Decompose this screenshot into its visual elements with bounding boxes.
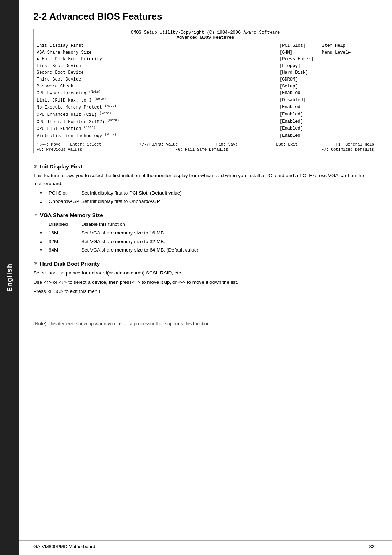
bios-row: CPU Hyper-Threading (Note)[Enabled] — [37, 90, 316, 97]
bios-row-label: ▶ Hard Disk Boot Priority — [37, 56, 279, 63]
bios-row: Init Display First[PCI Slot] — [37, 42, 316, 49]
init-display-intro: This feature allows you to select the fi… — [33, 172, 377, 187]
bios-row-label: No-Execute Memory Protect (Note) — [37, 104, 279, 111]
main-content: 2-2 Advanced BIOS Features CMOS Setup Ut… — [19, 0, 392, 337]
sections-container: ☞ Init Display First This feature allows… — [33, 163, 377, 295]
bios-row-value: [Press Enter] — [279, 56, 316, 63]
bios-row-value: [Enabled] — [279, 118, 316, 126]
bullet-desc-16m: Set VGA share memory size to 16 MB. — [81, 229, 377, 237]
section-heading-init-display-first: Init Display First — [40, 163, 82, 170]
bios-footer-prev: F5: Previous Values — [37, 147, 82, 152]
bullet-arrow-icon-5: » — [40, 238, 46, 246]
bios-footer-row2: F5: Previous Values F6: Fail-Safe Defaul… — [37, 147, 374, 152]
bullet-desc-64m: Set VGA share memory size to 64 MB. (Def… — [81, 246, 377, 254]
bios-row-label: Second Boot Device — [37, 69, 279, 76]
bullet-onboard-agp: » Onboard/AGP Set Init display first to … — [40, 197, 377, 205]
bios-row-label: Password Check — [37, 83, 279, 90]
sidebar-label: English — [6, 263, 13, 292]
bios-row-value: [Floppy] — [279, 63, 316, 70]
hard-disk-intro3: Press <ESC> to exit this menu. — [33, 287, 377, 295]
bullet-64m: » 64M Set VGA share memory size to 64 MB… — [40, 246, 377, 254]
bios-footer-esc: ESC: Exit — [276, 142, 298, 147]
bios-row-label: Third Boot Device — [37, 76, 279, 83]
bios-row: ▶ Hard Disk Boot Priority[Press Enter] — [37, 56, 316, 63]
bullet-arrow-icon-3: » — [40, 221, 46, 228]
bios-row-value: [Enabled] — [279, 104, 316, 111]
bullet-term-16m: 16M — [49, 229, 81, 237]
bullet-desc-32m: Set VGA share memory size to 32 MB. — [81, 238, 377, 246]
bullet-arrow-icon-4: » — [40, 229, 46, 237]
bios-body: Init Display First[PCI Slot]VGA Share Me… — [34, 41, 377, 141]
bios-footer-save: F10: Save — [216, 142, 238, 147]
hard-disk-intro2: Use <↑> or <↓> to select a device, then … — [33, 278, 377, 286]
page-title: 2-2 Advanced BIOS Features — [33, 11, 377, 22]
bios-footer-failsafe: F6: Fail-Safe Defaults — [175, 147, 228, 152]
bios-item-help-title: Item Help — [322, 42, 374, 49]
bios-row: No-Execute Memory Protect (Note)[Enabled… — [37, 104, 316, 111]
bios-row-label: CPU Enhanced Halt (C1E) (Note) — [37, 111, 279, 118]
bullet-16m: » 16M Set VGA share memory size to 16 MB… — [40, 229, 377, 237]
section-hard-disk-boot-priority: ☞ Hard Disk Boot Priority — [33, 261, 377, 267]
bios-row: Password Check[Setup] — [37, 83, 316, 90]
bios-right-panel: Item Help Menu Level► — [319, 41, 377, 141]
bios-row-label: CPU Thermal Monitor 2(TM2) (Note) — [37, 118, 279, 126]
bullet-term-64m: 64M — [49, 246, 81, 254]
bios-row: CPU Thermal Monitor 2(TM2) (Note)[Enable… — [37, 118, 316, 126]
section-arrow-icon-2: ☞ — [33, 212, 38, 218]
bios-item-help-text: Menu Level► — [322, 49, 374, 56]
bullet-term-onboard-agp: Onboard/AGP — [49, 197, 81, 205]
section-init-display-first: ☞ Init Display First — [33, 163, 377, 170]
bullet-arrow-icon: » — [40, 189, 46, 197]
bullet-desc-disabled: Disable this function. — [81, 220, 377, 228]
bios-row-value: [Enabled] — [279, 132, 316, 140]
bios-footer-value: +/-/PU/PD: Value — [140, 142, 178, 147]
bios-row-label: VGA Share Memory Size — [37, 49, 279, 56]
bullet-term-32m: 32M — [49, 238, 81, 246]
bullet-desc-onboard-agp: Set Init display first to Onboard/AGP. — [81, 197, 377, 205]
bios-footer-optimized: F7: Optimized Defaults — [322, 147, 374, 152]
bios-row-label: First Boot Device — [37, 63, 279, 70]
bios-row: Virtualization Technology (Note)[Enabled… — [37, 132, 316, 140]
section-heading-vga: VGA Share Memory Size — [40, 212, 103, 218]
bios-row-label: CPU Hyper-Threading (Note) — [37, 90, 279, 97]
footer-note: (Note) This item will show up when you i… — [33, 317, 377, 326]
bullet-32m: » 32M Set VGA share memory size to 32 MB… — [40, 238, 377, 246]
page-footer: GA-VM800PMC Motherboard - 32 - — [19, 540, 392, 549]
bullet-arrow-icon-6: » — [40, 246, 46, 254]
bios-row-value: [Setup] — [279, 83, 316, 90]
bios-row-value: [64M] — [279, 49, 316, 56]
hard-disk-intro1: Select boot sequence for onboard(or add-… — [33, 269, 377, 277]
bios-row: Third Boot Device[CDROM] — [37, 76, 316, 83]
bios-row-value: [PCI Slot] — [279, 42, 316, 49]
bios-left-panel: Init Display First[PCI Slot]VGA Share Me… — [34, 41, 319, 141]
bullet-disabled: » Disabled Disable this function. — [40, 220, 377, 228]
bullet-desc-pci-slot: Set Init display first to PCI Slot. (Def… — [81, 189, 377, 197]
bullet-pci-slot: » PCI Slot Set Init display first to PCI… — [40, 189, 377, 197]
bios-row: VGA Share Memory Size[64M] — [37, 49, 316, 56]
section-heading-hard-disk: Hard Disk Boot Priority — [40, 261, 100, 267]
bios-screenshot: CMOS Setup Utility-Copyright (C) 1984-20… — [33, 29, 377, 153]
bios-footer: ↑↓→←: Move Enter: Select +/-/PU/PD: Valu… — [34, 141, 377, 153]
bios-footer-move: ↑↓→←: Move Enter: Select — [37, 142, 101, 147]
bullet-term-pci-slot: PCI Slot — [49, 189, 81, 197]
bios-row-label: Limit CPUID Max. to 3 (Note) — [37, 97, 279, 104]
bios-header-line2: Advanced BIOS Features — [34, 35, 377, 40]
bios-row: First Boot Device[Floppy] — [37, 63, 316, 70]
bios-row-value: [Enabled] — [279, 111, 316, 118]
bios-row: Limit CPUID Max. to 3 (Note)[Disabled] — [37, 97, 316, 104]
bios-row-value: [Hard Disk] — [279, 69, 316, 76]
bios-row-value: [CDROM] — [279, 76, 316, 83]
bios-row-value: [Disabled] — [279, 97, 316, 104]
bios-row-label: Init Display First — [37, 42, 279, 49]
footer-left: GA-VM800PMC Motherboard — [33, 544, 95, 549]
bios-row: CPU EIST Function (Note)[Enabled] — [37, 125, 316, 132]
bios-footer-help: F1: General Help — [336, 142, 374, 147]
section-arrow-icon: ☞ — [33, 164, 38, 169]
bios-row-value: [Enabled] — [279, 125, 316, 132]
bios-footer-row1: ↑↓→←: Move Enter: Select +/-/PU/PD: Valu… — [37, 142, 374, 147]
bios-row: Second Boot Device[Hard Disk] — [37, 69, 316, 76]
sidebar: English — [0, 0, 19, 555]
bios-header-line1: CMOS Setup Utility-Copyright (C) 1984-20… — [34, 30, 377, 35]
bios-row-label: Virtualization Technology (Note) — [37, 132, 279, 140]
bios-row-label: CPU EIST Function (Note) — [37, 125, 279, 132]
